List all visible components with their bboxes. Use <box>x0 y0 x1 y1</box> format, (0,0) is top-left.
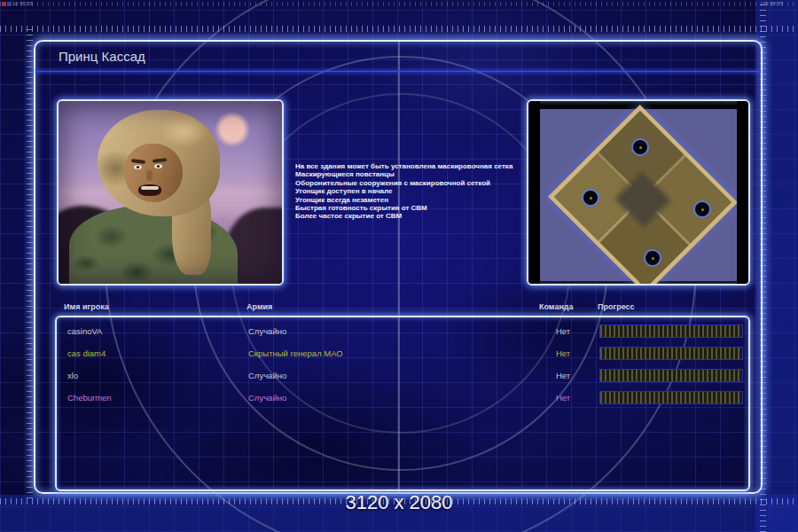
player-progress-fill <box>600 348 742 359</box>
map-pillarbox-left <box>528 101 540 284</box>
player-progress-fill <box>600 370 742 381</box>
ability-line: Угонщик всегда незаметен <box>295 196 528 204</box>
column-header-progress: Прогресс <box>598 302 635 311</box>
player-team: Нет <box>556 393 570 403</box>
title-divider <box>35 71 759 72</box>
column-header-team: Команда <box>539 302 574 311</box>
ability-line: Быстрая готовность скрытия от СВМ <box>295 204 528 212</box>
player-progress-bar <box>599 369 743 382</box>
player-army: Случайно <box>248 371 286 380</box>
timecode-right: 00:58:55 <box>763 1 783 6</box>
map-preview-panel <box>527 99 750 286</box>
map-resolution-label: 3120 x 2080 <box>0 491 798 514</box>
player-army: Случайно <box>248 326 286 336</box>
ruler-ticks-left <box>27 25 33 498</box>
player-progress-fill <box>600 325 742 337</box>
ability-line: На все здания может быть установлена мас… <box>295 162 528 170</box>
player-name: xlo <box>67 371 78 380</box>
loading-screen: 10:56:55 00:58:55 Принц Кассад На все зд… <box>0 0 798 532</box>
player-team: Нет <box>556 348 570 358</box>
timecode-right-text: 00:58:55 <box>763 1 783 6</box>
column-header-army: Армия <box>246 302 272 311</box>
portrait-vignette <box>59 101 282 284</box>
player-name: cas diam4 <box>67 348 106 358</box>
player-row: CheburmenСлучайноНет <box>57 387 748 410</box>
ability-line: Более частое скрытие от СВМ <box>295 212 528 220</box>
player-name: casinoVA <box>67 326 102 336</box>
spawn-point-icon <box>644 249 661 267</box>
general-abilities-list: На все здания может быть установлена мас… <box>295 162 528 221</box>
player-progress-bar <box>599 391 743 404</box>
map-preview-image <box>540 109 737 281</box>
general-portrait <box>57 99 284 286</box>
general-title: Принц Кассад <box>59 49 145 64</box>
player-team: Нет <box>556 371 570 380</box>
players-panel: casinoVAСлучайноНетcas diam4Скрытный ген… <box>55 316 750 491</box>
ability-line: Маскирующиеся повстанцы <box>295 170 528 178</box>
timecode-chip-red-icon <box>2 2 6 6</box>
spawn-point-icon <box>631 138 649 156</box>
player-army: Случайно <box>248 393 286 403</box>
spawn-point-icon <box>693 200 711 218</box>
player-progress-fill <box>600 392 742 403</box>
column-header-player-name: Имя игрока <box>64 302 109 311</box>
player-row: cas diam4Скрытный генерал МАОНет <box>57 343 748 365</box>
map-terrain-diamond <box>548 105 738 286</box>
ability-line: Оборонительные сооружения с маскировочно… <box>295 179 528 187</box>
player-progress-bar <box>599 325 743 338</box>
map-pillarbox-right <box>737 101 748 284</box>
player-progress-bar <box>599 347 743 360</box>
timecode-chip-blue-icon <box>7 2 12 6</box>
player-name: Cheburmen <box>67 393 112 403</box>
timecode-left-text: 10:56:55 <box>12 1 33 6</box>
ability-line: Угонщик доступен в начале <box>295 187 528 195</box>
player-army: Скрытный генерал МАО <box>248 348 343 358</box>
spawn-point-icon <box>582 189 599 207</box>
player-row: xloСлучайноНет <box>57 365 748 387</box>
timecode-left: 10:56:55 <box>2 1 33 6</box>
player-team: Нет <box>556 326 570 336</box>
player-row: casinoVAСлучайноНет <box>57 321 748 343</box>
